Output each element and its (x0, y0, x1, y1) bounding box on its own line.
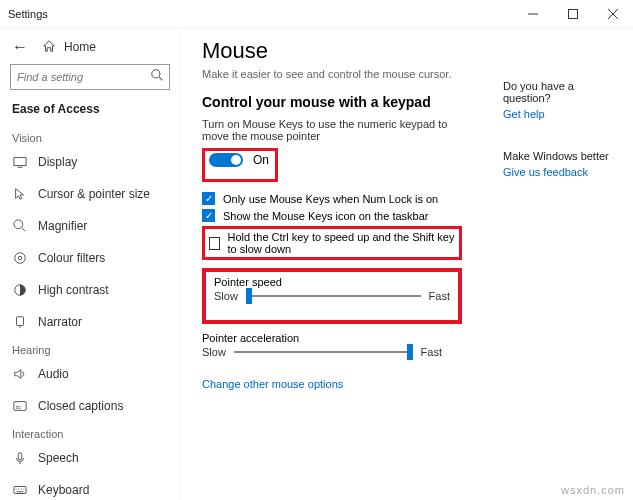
checkbox-ctrl-shift[interactable] (209, 237, 220, 250)
nav-keyboard[interactable]: Keyboard (0, 474, 180, 500)
back-button[interactable]: ← (12, 38, 28, 56)
maximize-button[interactable] (553, 0, 593, 28)
pointer-accel-slider[interactable] (234, 351, 413, 353)
cursor-icon (12, 187, 28, 201)
nav-speech[interactable]: Speech (0, 442, 180, 474)
nav-label: Colour filters (38, 251, 105, 265)
main-content: Mouse Make it easier to see and control … (180, 28, 503, 500)
svg-rect-19 (14, 487, 26, 494)
mic-icon (12, 451, 28, 465)
svg-rect-13 (17, 317, 24, 326)
nav-label: Magnifier (38, 219, 87, 233)
search-icon (151, 69, 164, 85)
nav-label: High contrast (38, 283, 109, 297)
checkbox-numlock[interactable]: ✓ (202, 192, 215, 205)
nav-cursor[interactable]: Cursor & pointer size (0, 178, 180, 210)
svg-line-5 (159, 77, 162, 80)
page-title: Mouse (202, 38, 481, 64)
highlight-pointer-speed: Pointer speed Slow Fast (202, 268, 462, 324)
nav-closed-captions[interactable]: ccClosed captions (0, 390, 180, 422)
highlight-toggle: On (202, 148, 278, 182)
make-better-heading: Make Windows better (503, 150, 621, 162)
checkbox-numlock-label: Only use Mouse Keys when Num Lock is on (223, 193, 438, 205)
other-mouse-options-link[interactable]: Change other mouse options (202, 378, 343, 390)
group-vision: Vision (0, 126, 180, 146)
right-panel: Do you have a question? Get help Make Wi… (503, 28, 633, 500)
narrator-icon (12, 315, 28, 329)
checkbox-ctrl-shift-label: Hold the Ctrl key to speed up and the Sh… (228, 231, 455, 255)
checkbox-taskbar-icon-label: Show the Mouse Keys icon on the taskbar (223, 210, 428, 222)
keyboard-icon (12, 483, 28, 497)
pointer-speed-label: Pointer speed (214, 276, 450, 288)
nav-home[interactable]: Home (64, 40, 96, 54)
captions-icon: cc (12, 399, 28, 413)
nav-label: Closed captions (38, 399, 123, 413)
window-title: Settings (8, 8, 48, 20)
slider-fast-label-2: Fast (421, 346, 442, 358)
nav-label: Audio (38, 367, 69, 381)
svg-point-4 (152, 70, 160, 78)
group-hearing: Hearing (0, 338, 180, 358)
slider-slow-label: Slow (214, 290, 238, 302)
audio-icon (12, 367, 28, 381)
toggle-state-label: On (253, 153, 269, 167)
nav-high-contrast[interactable]: High contrast (0, 274, 180, 306)
nav-label: Display (38, 155, 77, 169)
section-heading: Control your mouse with a keypad (202, 94, 481, 110)
home-icon (42, 39, 56, 56)
nav-magnifier[interactable]: Magnifier (0, 210, 180, 242)
nav-audio[interactable]: Audio (0, 358, 180, 390)
feedback-link[interactable]: Give us feedback (503, 166, 621, 178)
display-icon (12, 155, 28, 169)
svg-line-9 (22, 228, 26, 232)
pointer-speed-slider[interactable] (246, 295, 421, 297)
mousekeys-toggle[interactable] (209, 153, 243, 167)
close-button[interactable] (593, 0, 633, 28)
contrast-icon (12, 283, 28, 297)
magnifier-icon (12, 219, 28, 233)
highlight-ctrl-shift: Hold the Ctrl key to speed up and the Sh… (202, 226, 462, 260)
svg-rect-6 (14, 158, 26, 166)
nav-colour-filters[interactable]: Colour filters (0, 242, 180, 274)
watermark: wsxdn.com (561, 484, 625, 496)
question-heading: Do you have a question? (503, 80, 621, 104)
section-header: Ease of Access (0, 98, 180, 126)
nav-label: Keyboard (38, 483, 89, 497)
slider-fast-label: Fast (429, 290, 450, 302)
svg-text:cc: cc (16, 404, 22, 410)
group-interaction: Interaction (0, 422, 180, 442)
nav-narrator[interactable]: Narrator (0, 306, 180, 338)
pointer-accel-label: Pointer acceleration (202, 332, 481, 344)
nav-label: Cursor & pointer size (38, 187, 150, 201)
page-subtitle: Make it easier to see and control the mo… (202, 68, 481, 80)
nav-label: Speech (38, 451, 79, 465)
svg-point-8 (14, 220, 23, 229)
get-help-link[interactable]: Get help (503, 108, 621, 120)
minimize-button[interactable] (513, 0, 553, 28)
svg-point-11 (18, 256, 22, 260)
svg-rect-1 (569, 9, 578, 18)
search-input[interactable] (10, 64, 170, 90)
nav-display[interactable]: Display (0, 146, 180, 178)
nav-label: Narrator (38, 315, 82, 329)
slider-slow-label-2: Slow (202, 346, 226, 358)
sidebar: ← Home Ease of Access Vision Display Cur… (0, 28, 180, 500)
colour-filters-icon (12, 251, 28, 265)
svg-point-10 (15, 253, 26, 264)
svg-rect-17 (18, 453, 22, 460)
mousekeys-description: Turn on Mouse Keys to use the numeric ke… (202, 118, 462, 142)
checkbox-taskbar-icon[interactable]: ✓ (202, 209, 215, 222)
